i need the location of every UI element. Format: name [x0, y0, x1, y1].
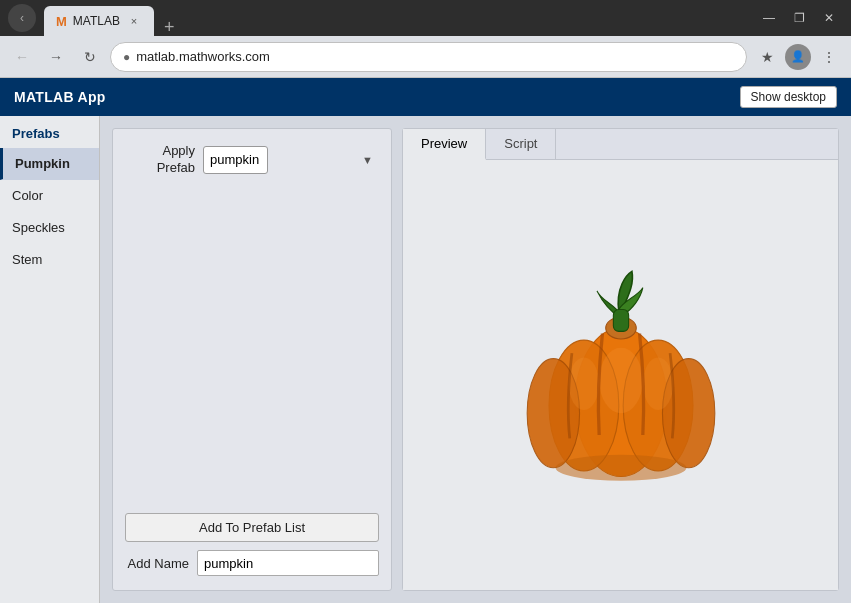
sidebar-item-stem[interactable]: Stem — [0, 244, 99, 276]
tab-preview[interactable]: Preview — [403, 129, 486, 160]
tab-script-label: Script — [504, 136, 537, 151]
forward-button[interactable]: → — [42, 43, 70, 71]
minimize-button[interactable]: — — [755, 8, 783, 28]
svg-point-5 — [599, 348, 643, 413]
address-input-wrap[interactable]: ● matlab.mathworks.com — [110, 42, 747, 72]
sidebar-color-label: Color — [12, 188, 43, 203]
sidebar-item-prefabs[interactable]: Prefabs — [0, 116, 99, 148]
add-name-row: Add Name — [125, 550, 379, 576]
sidebar-item-speckles[interactable]: Speckles — [0, 212, 99, 244]
bookmark-button[interactable]: ★ — [753, 43, 781, 71]
add-name-label: Add Name — [125, 556, 189, 571]
app-header-title: MATLAB App — [14, 89, 106, 105]
browser-frame: ‹ M MATLAB × + — ❐ ✕ ← → ↻ ● matlab.math… — [0, 0, 851, 603]
show-desktop-button[interactable]: Show desktop — [740, 86, 837, 108]
sidebar-speckles-label: Speckles — [12, 220, 65, 235]
chevron-left-icon: ‹ — [20, 11, 24, 25]
avatar-image: 👤 — [791, 50, 805, 63]
close-button[interactable]: ✕ — [815, 8, 843, 28]
pumpkin-image — [491, 245, 751, 505]
svg-point-6 — [568, 358, 599, 410]
sidebar-stem-label: Stem — [12, 252, 42, 267]
apply-prefab-label: ApplyPrefab — [125, 143, 195, 177]
svg-point-8 — [555, 455, 686, 481]
add-to-prefab-button[interactable]: Add To Prefab List — [125, 513, 379, 542]
sidebar-item-pumpkin[interactable]: Pumpkin — [0, 148, 99, 180]
tab-close-button[interactable]: × — [126, 13, 142, 29]
window-controls: — ❐ ✕ — [755, 8, 843, 28]
sidebar-prefabs-label: Prefabs — [12, 126, 60, 141]
config-area: ApplyPrefab pumpkin color speckles stem … — [112, 128, 392, 591]
restore-button[interactable]: ❐ — [785, 8, 813, 28]
preview-area: Preview Script — [402, 128, 839, 591]
new-tab-button[interactable]: + — [158, 18, 181, 36]
config-bottom: Add To Prefab List Add Name — [125, 513, 379, 576]
matlab-tab-icon: M — [56, 14, 67, 29]
preview-canvas — [403, 160, 838, 590]
preview-tabs: Preview Script — [403, 129, 838, 160]
menu-button[interactable]: ⋮ — [815, 43, 843, 71]
prefab-select[interactable]: pumpkin color speckles stem — [203, 146, 268, 174]
app-body: Prefabs Pumpkin Color Speckles Stem — [0, 116, 851, 603]
sidebar-item-color[interactable]: Color — [0, 180, 99, 212]
secure-icon: ● — [123, 50, 130, 64]
back-button[interactable]: ← — [8, 43, 36, 71]
apply-prefab-row: ApplyPrefab pumpkin color speckles stem … — [125, 143, 379, 177]
toolbar-icons: ★ 👤 ⋮ — [753, 43, 843, 71]
matlab-app: MATLAB App Show desktop Prefabs Pumpkin … — [0, 78, 851, 603]
app-header: MATLAB App Show desktop — [0, 78, 851, 116]
tab-script[interactable]: Script — [486, 129, 556, 159]
svg-rect-10 — [613, 310, 628, 332]
sidebar-pumpkin-label: Pumpkin — [15, 156, 70, 171]
title-bar-left: ‹ — [8, 4, 36, 32]
matlab-tab[interactable]: M MATLAB × — [44, 6, 154, 36]
reload-button[interactable]: ↻ — [76, 43, 104, 71]
tab-preview-label: Preview — [421, 136, 467, 151]
pumpkin-svg — [501, 255, 741, 495]
prefab-select-wrapper: pumpkin color speckles stem ▼ — [203, 146, 379, 174]
add-name-input[interactable] — [197, 550, 379, 576]
tab-bar: M MATLAB × + — [44, 0, 747, 36]
select-arrow-icon: ▼ — [362, 154, 373, 166]
svg-point-7 — [642, 358, 673, 410]
main-panel: ApplyPrefab pumpkin color speckles stem … — [100, 116, 851, 603]
title-bar: ‹ M MATLAB × + — ❐ ✕ — [0, 0, 851, 36]
sidebar: Prefabs Pumpkin Color Speckles Stem — [0, 116, 100, 603]
address-text: matlab.mathworks.com — [136, 49, 734, 64]
matlab-tab-label: MATLAB — [73, 14, 120, 28]
browser-back-button[interactable]: ‹ — [8, 4, 36, 32]
address-bar: ← → ↻ ● matlab.mathworks.com ★ 👤 ⋮ — [0, 36, 851, 78]
avatar: 👤 — [785, 44, 811, 70]
